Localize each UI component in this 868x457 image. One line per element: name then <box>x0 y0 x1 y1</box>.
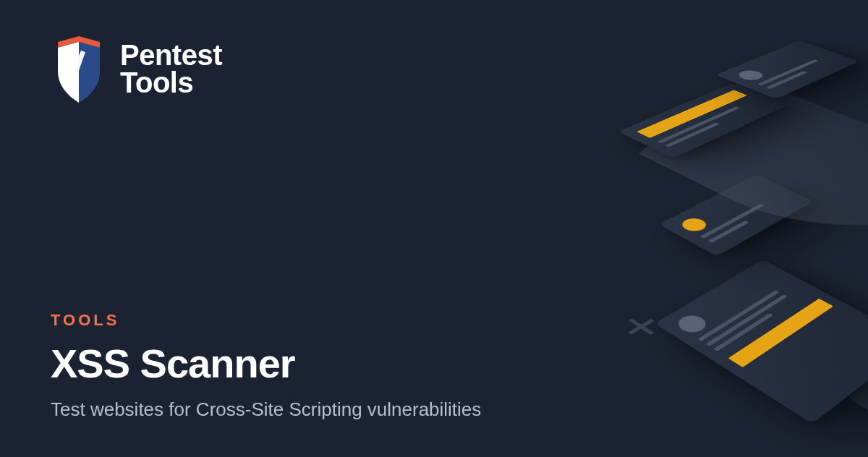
plus-icon: + <box>602 303 681 352</box>
text-line <box>705 294 787 346</box>
hero-content: TOOLS XSS Scanner Test websites for Cros… <box>51 311 481 421</box>
dot-icon <box>678 216 711 234</box>
brand-logo: Pentest Tools <box>51 36 222 103</box>
text-line <box>708 221 749 243</box>
text-line <box>697 290 779 341</box>
category-label: TOOLS <box>51 311 481 330</box>
page-title: XSS Scanner <box>51 340 481 387</box>
card-small-2 <box>847 340 868 437</box>
text-line <box>757 59 819 86</box>
card-highlight-1 <box>618 82 788 158</box>
brand-name-line1: Pentest <box>120 42 222 69</box>
card-orange-dot <box>659 174 814 256</box>
shield-logo-icon <box>51 36 107 103</box>
highlight-bar <box>637 90 747 138</box>
dot-icon <box>734 69 767 82</box>
brand-name: Pentest Tools <box>120 42 222 96</box>
card-large <box>655 260 868 424</box>
brand-name-line2: Tools <box>120 69 222 97</box>
text-line <box>766 71 808 89</box>
text-line <box>665 122 720 147</box>
card-small-1 <box>715 40 859 99</box>
dot-icon <box>673 312 711 336</box>
text-line <box>713 313 773 351</box>
shield-background-icon <box>605 77 868 273</box>
highlight-bar <box>728 299 833 367</box>
page-subtitle: Test websites for Cross-Site Scripting v… <box>51 398 481 421</box>
text-line <box>658 106 740 143</box>
text-line <box>699 204 765 239</box>
